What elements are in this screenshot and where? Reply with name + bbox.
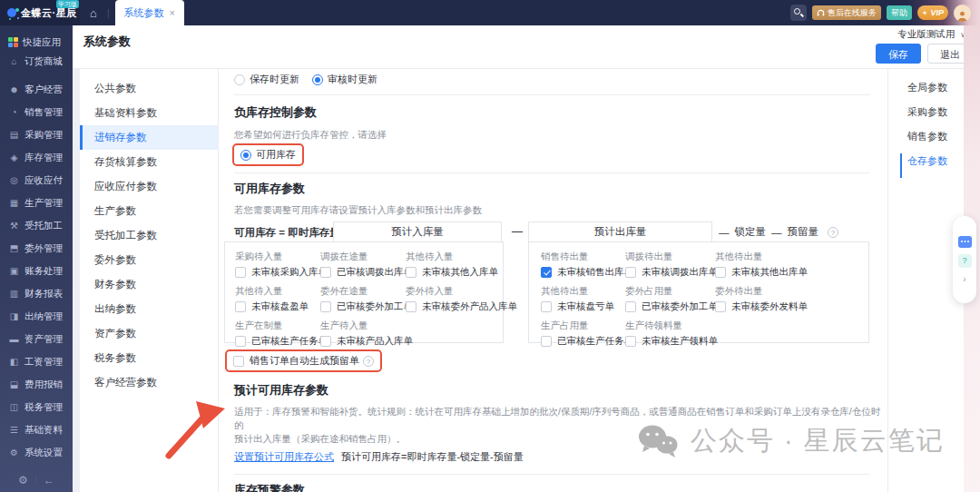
help-badge[interactable]: 帮助	[887, 5, 912, 20]
sidebar-item-system-settings[interactable]: ⚙ 系统设置	[0, 441, 73, 464]
param-nav-item-common[interactable]: 公共参数	[80, 76, 218, 101]
radio-icon	[234, 74, 245, 85]
checkbox-option[interactable]: 未审核盘亏单	[541, 300, 614, 313]
checkbox-label: 未审核其他入库单	[422, 266, 498, 279]
set-forecast-formula-link[interactable]: 设置预计可用库存公式	[234, 450, 334, 464]
chat-icon[interactable]	[958, 236, 972, 248]
radio-option-available[interactable]: 可用库存 ?	[234, 145, 302, 164]
sidebar-item-payroll[interactable]: ◧ 工资管理	[0, 350, 73, 373]
negative-stock-options: 即时库存 ? 可用库存 ?	[234, 148, 887, 162]
checkbox-option[interactable]: 未审核盘盈单	[235, 300, 309, 313]
sidebar-item-sales[interactable]: ◔ 销售管理	[0, 101, 73, 123]
param-nav-item-asset[interactable]: 资产参数	[80, 321, 218, 346]
param-nav-item-ar-ap[interactable]: 应收应付参数	[80, 174, 218, 199]
checkbox-option[interactable]: 未审核委外产品入库单	[406, 300, 517, 313]
checkbox-option[interactable]: 未审核销售出库单	[541, 266, 633, 279]
sidebar-item-label: 账务处理	[24, 265, 63, 278]
avatar[interactable]	[954, 5, 971, 22]
checkbox-icon	[541, 267, 552, 278]
anchor-nav-item-sales[interactable]: 销售参数	[900, 129, 947, 153]
help-icon[interactable]: ?	[828, 227, 838, 238]
sidebar-item-label: 资产管理	[24, 333, 63, 346]
param-nav-item-tax[interactable]: 税务参数	[80, 346, 218, 370]
auto-reserve-checkbox[interactable]: 销售订单自动生成预留单 ?	[227, 351, 380, 370]
checkbox-label: 未审核委外产品入库单	[422, 300, 517, 313]
payroll-icon: ◧	[8, 357, 20, 367]
help-icon[interactable]: ?	[363, 356, 374, 367]
sidebar-item-asset[interactable]: ▬ 资产管理	[0, 328, 73, 350]
sidebar-item-label: 工资管理	[24, 356, 63, 369]
asset-icon: ▬	[8, 334, 20, 344]
anchor-nav-item-purchase[interactable]: 采购参数	[900, 104, 947, 129]
checkbox-option[interactable]: 已审核委外加工单	[625, 300, 718, 313]
sidebar-item-order-mall[interactable]: ⌂ 订货商城	[0, 52, 73, 71]
question-icon[interactable]: ?	[958, 254, 972, 268]
checkbox-option[interactable]: 未审核其他入库单	[406, 266, 498, 279]
checkbox-option[interactable]: 已审核委外加工单	[320, 300, 413, 313]
forecast-formula-row: 设置预计可用库存公式 预计可用库存=即时库存量-锁定量-预留量	[234, 450, 887, 464]
checkbox-option[interactable]: 已审核调拨出库单	[320, 266, 413, 279]
param-nav-item-base-data[interactable]: 基础资料参数	[80, 101, 218, 125]
settings-scroll-area[interactable]: 保存时更新 ? 审核时更新 ? 负库存控制参数 您希望如何进行负库存管控，请选择…	[218, 69, 887, 492]
sidebar-item-consignment[interactable]: ⚒ 受托加工	[0, 214, 73, 237]
sidebar-item-customer[interactable]: ☻ 客户经营	[0, 78, 73, 101]
param-nav-item-finance[interactable]: 财务参数	[80, 272, 218, 297]
anchor-nav-item-warehouse[interactable]: 仓存参数	[900, 153, 947, 178]
collapse-arrow-icon[interactable]: ←	[44, 474, 54, 487]
checkbox-icon	[625, 336, 636, 347]
sidebar-item-ar-ap[interactable]: ◎ 应收应付	[0, 169, 73, 192]
outbound-cell-6: 委外待出量? 未审核委外发料单	[715, 285, 868, 313]
checkbox-option[interactable]: 已审核生产任务单	[541, 335, 633, 348]
after-sales-service-badge[interactable]: 售后在线服务	[812, 5, 881, 20]
close-icon[interactable]: ×	[170, 7, 175, 18]
vip-badge[interactable]: ✦ VIP	[917, 5, 948, 20]
save-button[interactable]: 保存	[876, 44, 921, 64]
chevron-right-icon[interactable]: ›	[963, 274, 965, 284]
checkbox-label: 已审核生产任务单	[251, 335, 328, 348]
formula-tail: — 锁定量 — 预留量 ?	[719, 225, 838, 239]
forecast-desc-line2: 预计出入库量（采购在途和销售占用）。	[234, 432, 887, 446]
checkbox-option[interactable]: 未审核生产领料单	[625, 335, 718, 348]
sidebar-item-quick-apps[interactable]: 快捷应用	[0, 33, 73, 52]
param-nav-item-cashier[interactable]: 出纳参数	[80, 297, 218, 321]
sidebar-item-fin-report[interactable]: ▥ 财务报表	[0, 282, 73, 305]
topbar: 金蝶云·星辰 学习版 ⌂ | 系统参数 × 售后在线服务 帮助 ✦ VIP	[0, 0, 980, 25]
qty-label: 其他待入量	[406, 251, 454, 263]
sidebar-item-bookkeeping[interactable]: ▣ 账务处理	[0, 260, 73, 282]
param-nav-item-production[interactable]: 生产参数	[80, 199, 218, 223]
search-icon	[794, 8, 800, 15]
param-nav-item-customer[interactable]: 客户经营参数	[80, 370, 218, 395]
radio-icon	[240, 150, 251, 161]
param-nav-item-stock-accounting[interactable]: 存货核算参数	[80, 150, 218, 174]
environment-dropdown[interactable]: 专业版测试用 ∨	[897, 28, 965, 41]
sidebar-item-production[interactable]: ▦ 生产管理	[0, 192, 73, 214]
checkbox-option[interactable]: 未审核产品入库单	[320, 335, 413, 348]
headset-icon	[817, 9, 825, 17]
home-tab[interactable]: ⌂	[80, 0, 107, 25]
page-header: 系统参数 专业版测试用 ∨ 保存 退出	[73, 25, 980, 69]
sidebar-item-tax[interactable]: ◫ 税务管理	[0, 396, 73, 418]
checkbox-option[interactable]: 未审核调拨出库单	[625, 266, 718, 279]
checkbox-option[interactable]: 未审核采购入库单	[235, 266, 328, 279]
sidebar-item-expense[interactable]: ⬓ 费用报销	[0, 373, 73, 396]
checkbox-option[interactable]: 已审核生产任务单	[235, 335, 328, 348]
sidebar-item-outsourcing[interactable]: ⬒ 委外管理	[0, 237, 73, 260]
sidebar-item-cashier[interactable]: ◨ 出纳管理	[0, 305, 73, 328]
search-button[interactable]	[790, 5, 807, 21]
param-nav-item-outsourcing[interactable]: 委外参数	[80, 248, 218, 272]
settings-gear-icon[interactable]: ⚙	[18, 474, 28, 487]
radio-option-on-save[interactable]: 保存时更新 ?	[234, 73, 299, 86]
tab-system-params[interactable]: 系统参数 ×	[115, 0, 184, 25]
sidebar-item-inventory[interactable]: ◈ 库存管理	[0, 146, 73, 169]
sidebar-item-purchase[interactable]: ▤ 采购管理	[0, 123, 73, 146]
checkbox-option[interactable]: 未审核委外发料单	[715, 300, 808, 313]
qty-label: 委外在途量	[320, 285, 368, 298]
param-nav-item-consignment[interactable]: 受托加工参数	[80, 223, 218, 248]
app-logo[interactable]: 金蝶云·星辰 学习版	[0, 0, 80, 25]
anchor-nav-item-global[interactable]: 全局参数	[900, 80, 947, 104]
param-nav-item-inv[interactable]: 进销存参数	[80, 125, 218, 150]
sidebar-item-base-data[interactable]: ☰ 基础资料	[0, 418, 73, 441]
radio-option-on-audit[interactable]: 审核时更新 ?	[312, 73, 377, 86]
checkbox-option[interactable]: 未审核其他出库单	[715, 266, 808, 279]
page-title: 系统参数	[83, 34, 131, 50]
